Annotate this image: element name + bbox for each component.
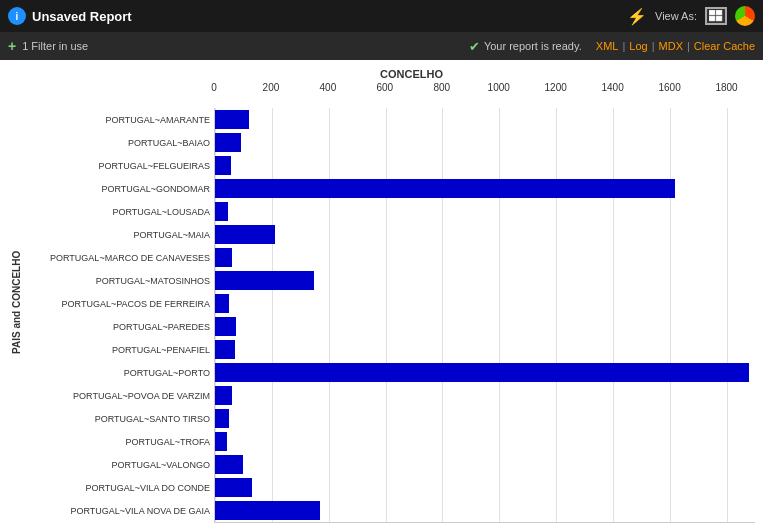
bar-row-16	[215, 476, 755, 499]
bar-7	[215, 271, 314, 290]
bar-row-7	[215, 269, 755, 292]
x-axis-row: 020040060080010001200140016001800	[214, 82, 755, 106]
bar-12	[215, 386, 232, 405]
bar-row-6	[215, 246, 755, 269]
row-label-0: PORTUGAL~AMARANTE	[24, 108, 214, 131]
svg-rect-3	[716, 16, 722, 21]
bar-16	[215, 478, 252, 497]
bar-row-0	[215, 108, 755, 131]
row-label-7: PORTUGAL~MATOSINHOS	[24, 269, 214, 292]
log-link[interactable]: Log	[629, 40, 647, 52]
row-label-8: PORTUGAL~PACOS DE FERREIRA	[24, 292, 214, 315]
row-label-17: PORTUGAL~VILA NOVA DE GAIA	[24, 499, 214, 522]
bar-row-1	[215, 131, 755, 154]
x-tick-0: 0	[211, 82, 217, 93]
bar-row-3	[215, 177, 755, 200]
page-title: Unsaved Report	[32, 9, 132, 24]
view-as-label: View As:	[655, 10, 697, 22]
check-icon: ✔	[469, 39, 480, 54]
x-tick-1400: 1400	[602, 82, 624, 93]
row-label-10: PORTUGAL~PENAFIEL	[24, 338, 214, 361]
clear-cache-link[interactable]: Clear Cache	[694, 40, 755, 52]
chart-x-axis-title: CONCELHO	[68, 68, 755, 80]
bar-row-15	[215, 453, 755, 476]
bar-6	[215, 248, 232, 267]
bar-14	[215, 432, 227, 451]
row-label-15: PORTUGAL~VALONGO	[24, 453, 214, 476]
row-label-13: PORTUGAL~SANTO TIRSO	[24, 407, 214, 430]
xml-link[interactable]: XML	[596, 40, 619, 52]
bar-13	[215, 409, 229, 428]
pie-chart-icon[interactable]	[735, 6, 755, 26]
chart-inner: 020040060080010001200140016001800 PORTUG…	[24, 82, 755, 523]
row-label-6: PORTUGAL~MARCO DE CANAVESES	[24, 246, 214, 269]
bar-1	[215, 133, 241, 152]
report-status: Your report is ready.	[484, 40, 582, 52]
svg-rect-2	[709, 16, 715, 21]
bar-4	[215, 202, 228, 221]
filter-bar-left: + 1 Filter in use	[8, 38, 88, 54]
bar-2	[215, 156, 231, 175]
x-tick-200: 200	[263, 82, 280, 93]
table-grid-svg	[709, 10, 723, 22]
x-tick-600: 600	[376, 82, 393, 93]
title-bar-left: i Unsaved Report	[8, 7, 132, 25]
bar-row-2	[215, 154, 755, 177]
title-bar-right: ⚡ View As:	[627, 6, 755, 26]
title-bar: i Unsaved Report ⚡ View As:	[0, 0, 763, 32]
svg-rect-0	[709, 10, 715, 15]
bar-11	[215, 363, 749, 382]
bar-row-10	[215, 338, 755, 361]
bars-canvas	[214, 108, 755, 523]
row-labels: PORTUGAL~AMARANTEPORTUGAL~BAIAOPORTUGAL~…	[24, 108, 214, 523]
bar-3	[215, 179, 675, 198]
row-label-4: PORTUGAL~LOUSADA	[24, 200, 214, 223]
bar-5	[215, 225, 275, 244]
bar-row-8	[215, 292, 755, 315]
svg-rect-1	[716, 10, 722, 15]
chart-area: PAIS and CONCELHO 0200400600800100012001…	[8, 82, 755, 523]
x-tick-1200: 1200	[545, 82, 567, 93]
bar-row-12	[215, 384, 755, 407]
chart-y-axis-title: PAIS and CONCELHO	[8, 82, 24, 523]
bar-row-13	[215, 407, 755, 430]
row-label-1: PORTUGAL~BAIAO	[24, 131, 214, 154]
bar-row-5	[215, 223, 755, 246]
lightning-icon: ⚡	[627, 7, 647, 26]
row-label-9: PORTUGAL~PAREDES	[24, 315, 214, 338]
info-icon: i	[8, 7, 26, 25]
mdx-link[interactable]: MDX	[659, 40, 683, 52]
filter-bar-right: ✔ Your report is ready. XML | Log | MDX …	[469, 39, 755, 54]
bar-17	[215, 501, 320, 520]
x-tick-1800: 1800	[715, 82, 737, 93]
row-label-12: PORTUGAL~POVOA DE VARZIM	[24, 384, 214, 407]
x-tick-400: 400	[320, 82, 337, 93]
bar-15	[215, 455, 243, 474]
row-label-16: PORTUGAL~VILA DO CONDE	[24, 476, 214, 499]
x-tick-1000: 1000	[488, 82, 510, 93]
row-label-11: PORTUGAL~PORTO	[24, 361, 214, 384]
row-label-2: PORTUGAL~FELGUEIRAS	[24, 154, 214, 177]
bar-0	[215, 110, 249, 129]
bar-9	[215, 317, 236, 336]
row-label-3: PORTUGAL~GONDOMAR	[24, 177, 214, 200]
row-label-5: PORTUGAL~MAIA	[24, 223, 214, 246]
table-view-icon[interactable]	[705, 7, 727, 25]
bar-row-9	[215, 315, 755, 338]
bar-8	[215, 294, 229, 313]
row-label-14: PORTUGAL~TROFA	[24, 430, 214, 453]
bar-row-14	[215, 430, 755, 453]
bar-row-11	[215, 361, 755, 384]
bar-10	[215, 340, 235, 359]
filter-count: 1 Filter in use	[22, 40, 88, 52]
chart-container: CONCELHO PAIS and CONCELHO 0200400600800…	[0, 60, 763, 531]
add-filter-icon[interactable]: +	[8, 38, 16, 54]
x-tick-800: 800	[433, 82, 450, 93]
bar-row-17	[215, 499, 755, 522]
filter-bar: + 1 Filter in use ✔ Your report is ready…	[0, 32, 763, 60]
bars-area: PORTUGAL~AMARANTEPORTUGAL~BAIAOPORTUGAL~…	[24, 108, 755, 523]
bar-row-4	[215, 200, 755, 223]
x-tick-1600: 1600	[658, 82, 680, 93]
